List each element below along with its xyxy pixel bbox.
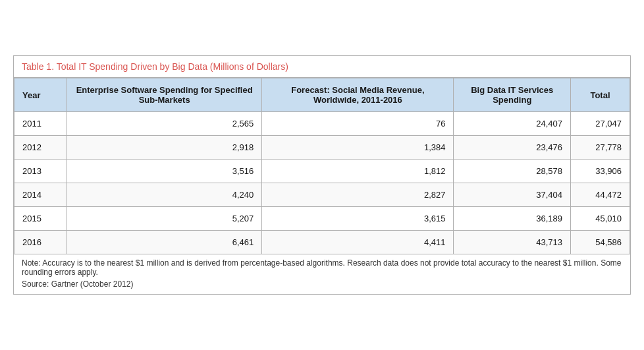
cell-total: 33,906 bbox=[571, 160, 630, 183]
cell-enterprise: 5,207 bbox=[67, 207, 262, 231]
col-header-enterprise: Enterprise Software Spending for Specifi… bbox=[67, 78, 262, 112]
table-container: Table 1. Total IT Spending Driven by Big… bbox=[13, 55, 631, 295]
table-row: 20133,5161,81228,57833,906 bbox=[14, 160, 630, 183]
col-header-total: Total bbox=[571, 78, 630, 112]
cell-bigdata: 43,713 bbox=[454, 231, 571, 254]
table-source: Source: Gartner (October 2012) bbox=[22, 279, 622, 289]
table-header-row: Year Enterprise Software Spending for Sp… bbox=[14, 78, 630, 112]
cell-total: 44,472 bbox=[571, 183, 630, 207]
cell-forecast: 2,827 bbox=[262, 183, 454, 207]
table-row: 20122,9181,38423,47627,778 bbox=[14, 136, 630, 160]
table-row: 20166,4614,41143,71354,586 bbox=[14, 231, 630, 254]
data-table: Year Enterprise Software Spending for Sp… bbox=[14, 78, 630, 254]
cell-enterprise: 3,516 bbox=[67, 160, 262, 183]
cell-year: 2014 bbox=[14, 183, 67, 207]
cell-forecast: 3,615 bbox=[262, 207, 454, 231]
cell-year: 2013 bbox=[14, 160, 67, 183]
cell-forecast: 4,411 bbox=[262, 231, 454, 254]
table-row: 20112,5657624,40727,047 bbox=[14, 112, 630, 136]
cell-bigdata: 28,578 bbox=[454, 160, 571, 183]
col-header-bigdata: Big Data IT Services Spending bbox=[454, 78, 571, 112]
cell-total: 45,010 bbox=[571, 207, 630, 231]
cell-bigdata: 24,407 bbox=[454, 112, 571, 136]
table-row: 20144,2402,82737,40444,472 bbox=[14, 183, 630, 207]
cell-enterprise: 2,565 bbox=[67, 112, 262, 136]
cell-forecast: 1,384 bbox=[262, 136, 454, 160]
cell-forecast: 76 bbox=[262, 112, 454, 136]
col-header-forecast: Forecast: Social Media Revenue, Worldwid… bbox=[262, 78, 454, 112]
col-header-year: Year bbox=[14, 78, 67, 112]
table-row: 20155,2073,61536,18945,010 bbox=[14, 207, 630, 231]
table-title: Table 1. Total IT Spending Driven by Big… bbox=[14, 56, 630, 78]
cell-enterprise: 2,918 bbox=[67, 136, 262, 160]
cell-enterprise: 4,240 bbox=[67, 183, 262, 207]
table-note: Note: Accuracy is to the nearest $1 mill… bbox=[22, 258, 622, 277]
cell-bigdata: 37,404 bbox=[454, 183, 571, 207]
cell-bigdata: 36,189 bbox=[454, 207, 571, 231]
cell-year: 2011 bbox=[14, 112, 67, 136]
cell-year: 2015 bbox=[14, 207, 67, 231]
cell-year: 2012 bbox=[14, 136, 67, 160]
cell-forecast: 1,812 bbox=[262, 160, 454, 183]
cell-total: 54,586 bbox=[571, 231, 630, 254]
cell-total: 27,778 bbox=[571, 136, 630, 160]
cell-total: 27,047 bbox=[571, 112, 630, 136]
cell-year: 2016 bbox=[14, 231, 67, 254]
cell-enterprise: 6,461 bbox=[67, 231, 262, 254]
cell-bigdata: 23,476 bbox=[454, 136, 571, 160]
